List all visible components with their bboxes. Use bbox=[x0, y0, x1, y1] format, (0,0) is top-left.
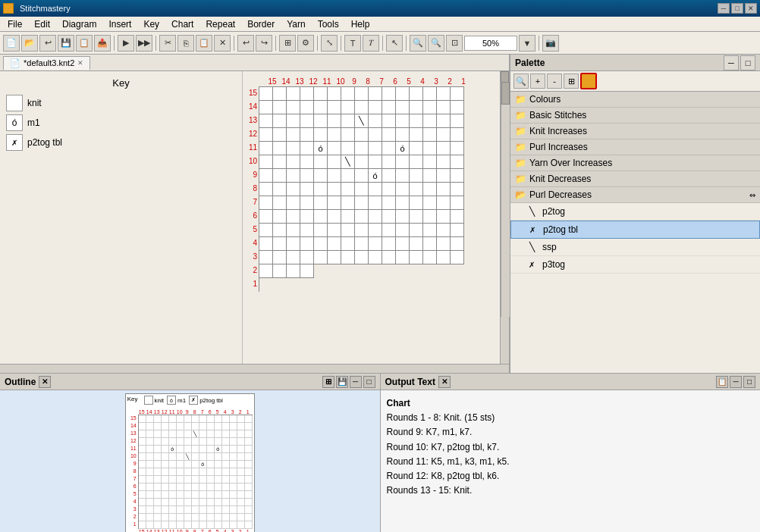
undo2-button[interactable]: ↩ bbox=[237, 35, 254, 52]
grid-cell[interactable] bbox=[259, 155, 273, 169]
grid-cell[interactable] bbox=[410, 142, 423, 155]
palette-category-purl-decreases[interactable]: 📂 Purl Decreases ⇔ bbox=[510, 187, 760, 203]
grid-cell[interactable] bbox=[273, 237, 287, 251]
new-button[interactable]: 📄 bbox=[3, 35, 20, 52]
grid-cell[interactable] bbox=[341, 87, 355, 101]
grid-cell[interactable] bbox=[355, 224, 369, 237]
grid-cell[interactable] bbox=[259, 210, 273, 224]
grid-cell[interactable] bbox=[355, 128, 369, 142]
grid-cell[interactable] bbox=[369, 251, 382, 264]
save-button[interactable]: 💾 bbox=[58, 35, 74, 52]
grid-cell[interactable] bbox=[410, 224, 423, 237]
grid-cell[interactable] bbox=[287, 87, 300, 101]
grid-cell[interactable] bbox=[451, 210, 464, 224]
palette-vscroll-thumb[interactable] bbox=[501, 82, 510, 105]
grid-cell[interactable] bbox=[382, 155, 396, 169]
grid-cell[interactable] bbox=[423, 210, 437, 224]
grid-cell[interactable] bbox=[300, 155, 314, 169]
grid-cell[interactable] bbox=[451, 142, 464, 155]
grid-button[interactable]: ⊞ bbox=[279, 35, 296, 52]
grid-cell[interactable] bbox=[314, 128, 328, 142]
grid-cell[interactable] bbox=[355, 87, 369, 101]
grid-cell[interactable] bbox=[287, 169, 300, 183]
palette-category-colours[interactable]: 📁 Colours bbox=[510, 92, 760, 108]
grid-cell[interactable] bbox=[423, 142, 437, 155]
grid-cell[interactable] bbox=[423, 183, 437, 196]
grid-cell[interactable] bbox=[396, 128, 410, 142]
grid-cell[interactable] bbox=[300, 224, 314, 237]
grid-cell[interactable] bbox=[437, 142, 451, 155]
grid-cell[interactable] bbox=[355, 183, 369, 196]
grid-cell[interactable] bbox=[341, 128, 355, 142]
grid-cell[interactable] bbox=[328, 155, 341, 169]
output-copy-button[interactable]: 📋 bbox=[716, 376, 728, 388]
grid-cell[interactable] bbox=[341, 183, 355, 196]
cursor-button[interactable]: ↖ bbox=[386, 35, 403, 52]
grid-cell[interactable] bbox=[396, 87, 410, 101]
grid-cell[interactable] bbox=[396, 196, 410, 210]
save-as-button[interactable]: 📋 bbox=[76, 35, 93, 52]
grid-cell[interactable] bbox=[437, 251, 451, 264]
grid-cell[interactable] bbox=[328, 114, 341, 128]
grid-cell[interactable] bbox=[369, 114, 382, 128]
grid-cell[interactable] bbox=[451, 128, 464, 142]
palette-maximize-button[interactable]: □ bbox=[740, 55, 755, 70]
outline-save-button[interactable]: 💾 bbox=[336, 376, 348, 388]
grid-cell[interactable] bbox=[451, 87, 464, 101]
grid-cell[interactable] bbox=[300, 251, 314, 264]
grid-cell[interactable] bbox=[423, 128, 437, 142]
grid-cell[interactable] bbox=[341, 142, 355, 155]
grid-cell[interactable] bbox=[423, 237, 437, 251]
grid-cell[interactable] bbox=[355, 101, 369, 114]
italic-button[interactable]: 𝑇 bbox=[363, 35, 379, 52]
grid-cell[interactable] bbox=[300, 87, 314, 101]
grid-cell[interactable] bbox=[355, 142, 369, 155]
grid-cell[interactable] bbox=[328, 183, 341, 196]
grid-cell[interactable] bbox=[451, 224, 464, 237]
grid-cell[interactable] bbox=[437, 101, 451, 114]
grid-cell[interactable] bbox=[273, 210, 287, 224]
grid-cell[interactable] bbox=[355, 251, 369, 264]
grid-cell-r11c5[interactable]: ó bbox=[396, 142, 410, 155]
grid-cell[interactable] bbox=[396, 114, 410, 128]
zoom-out-button[interactable]: 🔍 bbox=[428, 35, 444, 52]
grid-cell[interactable] bbox=[341, 251, 355, 264]
grid-cell[interactable] bbox=[273, 87, 287, 101]
grid-cell[interactable] bbox=[396, 224, 410, 237]
grid-cell[interactable] bbox=[423, 87, 437, 101]
grid-cell[interactable] bbox=[382, 169, 396, 183]
grid-cell[interactable] bbox=[369, 87, 382, 101]
outline-close-icon[interactable]: ✕ bbox=[39, 376, 51, 388]
paste-button[interactable]: 📋 bbox=[196, 35, 212, 52]
menu-border[interactable]: Border bbox=[241, 17, 281, 31]
grid-cell[interactable] bbox=[437, 169, 451, 183]
grid-cell[interactable] bbox=[396, 251, 410, 264]
grid-cell[interactable] bbox=[273, 196, 287, 210]
grid-cell[interactable] bbox=[451, 183, 464, 196]
grid-cell[interactable] bbox=[259, 237, 273, 251]
palette-category-yarn-over-increases[interactable]: 📁 Yarn Over Increases bbox=[510, 155, 760, 171]
grid-cell[interactable] bbox=[300, 114, 314, 128]
undo-button[interactable]: ↩ bbox=[39, 35, 56, 52]
chart-hscroll[interactable] bbox=[0, 364, 509, 373]
menu-insert[interactable]: Insert bbox=[102, 17, 137, 31]
play-button[interactable]: ▶ bbox=[118, 35, 134, 52]
grid-cell[interactable] bbox=[328, 237, 341, 251]
cut-button[interactable]: ✂ bbox=[159, 35, 176, 52]
grid-cell[interactable] bbox=[341, 169, 355, 183]
grid-cell[interactable] bbox=[259, 128, 273, 142]
grid-cell[interactable] bbox=[410, 169, 423, 183]
grid-cell[interactable] bbox=[451, 196, 464, 210]
grid-cell[interactable] bbox=[314, 87, 328, 101]
menu-file[interactable]: File bbox=[2, 17, 28, 31]
grid-cell[interactable] bbox=[300, 183, 314, 196]
grid-cell[interactable] bbox=[341, 224, 355, 237]
output-minimize-button[interactable]: ─ bbox=[730, 376, 742, 388]
grid-cell[interactable] bbox=[451, 155, 464, 169]
grid-cell[interactable] bbox=[410, 183, 423, 196]
grid-cell[interactable] bbox=[382, 142, 396, 155]
grid-cell[interactable] bbox=[287, 196, 300, 210]
outline-maximize-button[interactable]: □ bbox=[363, 376, 375, 388]
zoom-input[interactable]: 50% bbox=[464, 36, 517, 51]
palette-stitch-p2tog-tbl[interactable]: ✗ p2tog tbl bbox=[510, 221, 760, 239]
